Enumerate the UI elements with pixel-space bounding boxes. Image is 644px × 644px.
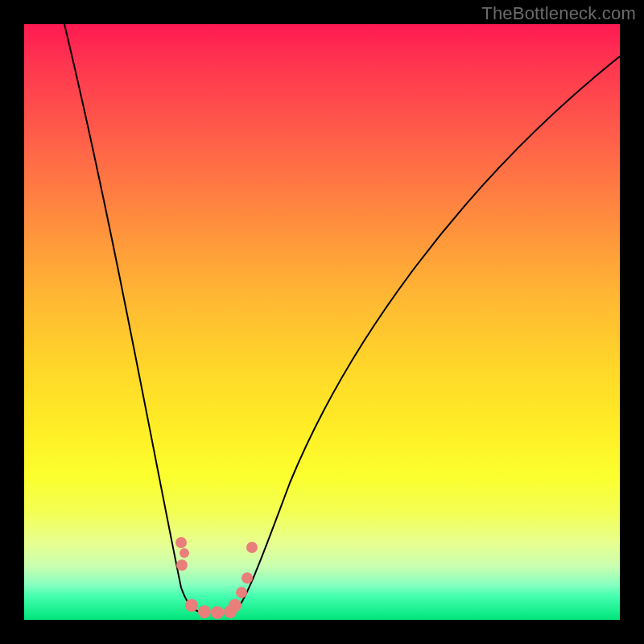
marker-dot (242, 572, 253, 584)
marker-dot (198, 605, 211, 618)
marker-dot (176, 559, 188, 571)
watermark-text: TheBottleneck.com (481, 3, 636, 24)
right-curve (233, 56, 620, 613)
marker-group (175, 537, 258, 619)
marker-dot (246, 542, 258, 553)
chart-svg (24, 24, 620, 620)
marker-dot (229, 599, 242, 612)
marker-dot (175, 537, 187, 548)
marker-dot (211, 606, 224, 619)
marker-dot (185, 599, 198, 612)
marker-dot (236, 587, 247, 598)
chart-area (24, 24, 620, 620)
left-curve (64, 24, 209, 613)
marker-dot (180, 548, 189, 558)
